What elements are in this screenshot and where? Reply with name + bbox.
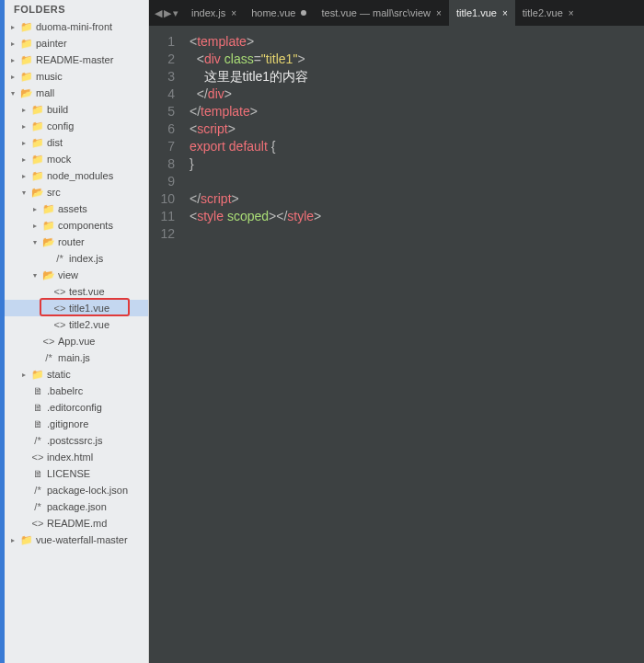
tree-item-label: main.js: [58, 352, 144, 363]
js-icon: /*: [53, 253, 66, 264]
code-line: 这里是title1的内容: [190, 68, 644, 86]
tree-item-view[interactable]: ▾📂view: [5, 267, 148, 283]
tree-item-src[interactable]: ▾📂src: [5, 184, 148, 200]
tree-item-duoma-mini-front[interactable]: ▸📁duoma-mini-front: [5, 18, 148, 35]
tree-item-title1-vue[interactable]: <>title1.vue: [5, 300, 148, 316]
code-content[interactable]: <template> <div class="title1"> 这里是title…: [182, 26, 644, 663]
tab-menu-icon[interactable]: ▾: [173, 7, 178, 19]
tree-item-label: README-master: [36, 54, 144, 65]
expand-arrow-icon: ▸: [8, 23, 17, 31]
line-number: 11: [149, 208, 175, 225]
tree-item--editorconfig[interactable]: 🗎.editorconfig: [5, 399, 148, 416]
tree-item-label: view: [58, 269, 144, 280]
expand-arrow-icon: ▸: [30, 222, 40, 230]
folder-icon: 📁: [31, 120, 44, 132]
tabs-container: index.js×home.vuetest.vue — mall\src\vie…: [184, 0, 644, 26]
line-number: 5: [149, 103, 175, 120]
tree-item-readme-md[interactable]: <>README.md: [5, 515, 148, 532]
file-icon: 🗎: [31, 402, 44, 413]
tab-test-vue-mall-src-view[interactable]: test.vue — mall\src\view×: [314, 0, 448, 26]
tree-item-mock[interactable]: ▸📁mock: [5, 151, 148, 167]
tree-item--gitignore[interactable]: 🗎.gitignore: [5, 416, 148, 432]
editor-body: 123456789101112 <template> <div class="t…: [149, 26, 644, 663]
tree-item-music[interactable]: ▸📁music: [5, 68, 148, 85]
tree-item-label: .babelrc: [47, 385, 144, 396]
tree-item-dist[interactable]: ▸📁dist: [5, 134, 148, 151]
code-line: </template>: [190, 103, 644, 120]
vue-icon: <>: [53, 319, 66, 330]
tab-index-js[interactable]: index.js×: [184, 0, 244, 26]
tree-item-label: dist: [47, 137, 144, 148]
close-icon[interactable]: ×: [231, 8, 236, 18]
tab-fwd-icon[interactable]: ▶: [164, 7, 171, 19]
tree-item-config[interactable]: ▸📁config: [5, 118, 148, 134]
tab-nav: ◀ ▶ ▾: [149, 7, 184, 19]
js-icon: /*: [31, 435, 44, 446]
tree-item-label: .postcssrc.js: [47, 435, 144, 446]
tab-label: title2.vue: [523, 7, 563, 18]
tree-item-package-json[interactable]: /*package.json: [5, 498, 148, 515]
tab-label: home.vue: [251, 7, 295, 18]
folder-icon: 📁: [31, 104, 44, 116]
line-number: 8: [149, 155, 175, 173]
folders-header: FOLDERS: [5, 0, 148, 18]
close-icon[interactable]: ×: [436, 8, 442, 18]
expand-arrow-icon: ▸: [8, 536, 17, 544]
code-line: </div>: [190, 86, 644, 103]
vue-icon: <>: [42, 336, 55, 347]
expand-arrow-icon: ▸: [30, 205, 40, 213]
file-icon: 🗎: [31, 385, 44, 396]
tree-item-static[interactable]: ▸📁static: [5, 366, 148, 383]
folder-icon: 📁: [20, 54, 33, 66]
vue-icon: <>: [53, 303, 66, 314]
tree-item-license[interactable]: 🗎LICENSE: [5, 465, 148, 482]
tree-item-test-vue[interactable]: <>test.vue: [5, 283, 148, 300]
tree-item-node-modules[interactable]: ▸📁node_modules: [5, 167, 148, 184]
tree-item-label: mock: [47, 154, 144, 165]
vue-icon: <>: [31, 518, 44, 529]
folder-open-icon: 📂: [42, 269, 55, 281]
tree-item-painter[interactable]: ▸📁painter: [5, 35, 148, 51]
tree-item-index-html[interactable]: <>index.html: [5, 449, 148, 465]
tab-title1-vue[interactable]: title1.vue×: [449, 0, 515, 26]
tree-item-readme-master[interactable]: ▸📁README-master: [5, 51, 148, 68]
folder-icon: 📁: [20, 21, 33, 33]
close-icon[interactable]: ×: [502, 8, 508, 18]
code-line: <style scoped></style>: [190, 208, 644, 225]
tab-back-icon[interactable]: ◀: [155, 7, 162, 19]
tree-item-app-vue[interactable]: <>App.vue: [5, 333, 148, 349]
tree-item-label: title2.vue: [69, 319, 144, 330]
tree-item-label: App.vue: [58, 336, 144, 347]
expand-arrow-icon: ▸: [19, 155, 29, 164]
tab-label: index.js: [191, 7, 225, 18]
tree-item-main-js[interactable]: /*main.js: [5, 349, 148, 366]
js-icon: /*: [31, 501, 44, 512]
js-icon: /*: [31, 485, 44, 496]
tab-title2-vue[interactable]: title2.vue×: [515, 0, 581, 26]
code-line: [190, 173, 644, 190]
close-icon[interactable]: ×: [569, 8, 574, 18]
vue-icon: <>: [31, 452, 44, 463]
tree-item-vue-waterfall-master[interactable]: ▸📁vue-waterfall-master: [5, 532, 148, 548]
tree-item-label: router: [58, 236, 144, 247]
tree-item-router[interactable]: ▾📂router: [5, 234, 148, 250]
line-number: 12: [149, 225, 175, 243]
tree-item-index-js[interactable]: /*index.js: [5, 250, 148, 267]
tree-item--babelrc[interactable]: 🗎.babelrc: [5, 383, 148, 399]
tree-item-package-lock-json[interactable]: /*package-lock.json: [5, 482, 148, 498]
tab-home-vue[interactable]: home.vue: [244, 0, 314, 26]
tree-item-build[interactable]: ▸📁build: [5, 101, 148, 118]
folder-icon: 📁: [31, 154, 44, 166]
tree-item-components[interactable]: ▸📁components: [5, 217, 148, 234]
folder-icon: 📁: [42, 203, 55, 215]
tree-item-label: build: [47, 104, 144, 115]
folder-icon: 📁: [42, 220, 55, 232]
expand-arrow-icon: ▸: [19, 139, 29, 147]
tree-item--postcssrc-js[interactable]: /*.postcssrc.js: [5, 432, 148, 449]
tree-item-title2-vue[interactable]: <>title2.vue: [5, 316, 148, 333]
expand-arrow-icon: ▸: [8, 40, 17, 48]
tree-item-label: LICENSE: [47, 468, 144, 479]
code-line: <script>: [190, 120, 644, 138]
tree-item-mall[interactable]: ▾📂mall: [5, 85, 148, 101]
tree-item-assets[interactable]: ▸📁assets: [5, 200, 148, 217]
